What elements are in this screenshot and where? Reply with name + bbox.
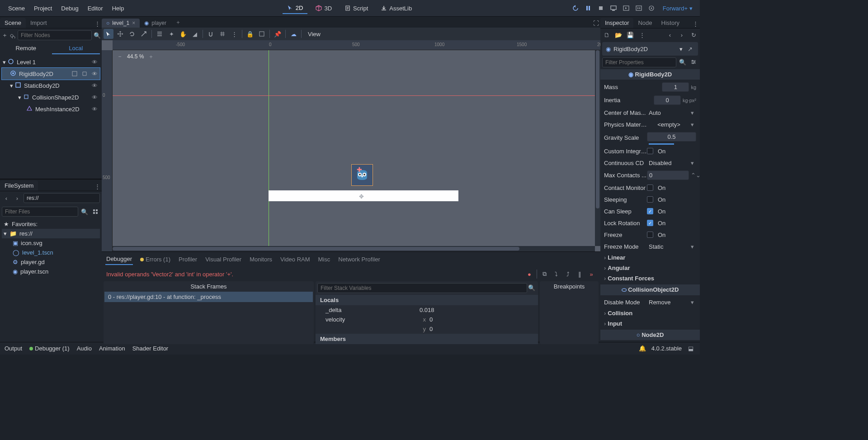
group-button[interactable] [257,29,267,39]
fs-search-icon[interactable]: 🔍 [80,207,89,216]
new-resource-button[interactable]: 🗋 [602,30,611,39]
tab-history-dock[interactable]: History [657,18,684,28]
prop-lock-rotation[interactable]: Lock Rotation ✓On [600,217,700,229]
selected-player-sprite[interactable] [351,164,373,186]
step-into-button[interactable]: ⤵ [552,270,561,279]
fs-view-mode-button[interactable] [91,207,100,216]
prop-inertia[interactable]: Inertia 0kg·px² [600,94,700,107]
search-icon[interactable]: 🔍 [678,57,687,66]
render-mode-dropdown[interactable]: Forward+▾ [659,3,696,14]
menu-scene[interactable]: Scene [4,3,29,14]
fs-forward-button[interactable]: › [13,194,22,203]
group-linear[interactable]: ›Linear [600,252,700,263]
move-mode-button[interactable] [115,29,125,39]
zoom-out-button[interactable]: − [115,52,124,61]
new-scene-tab-button[interactable]: ＋ [171,17,185,28]
checkbox-icon[interactable] [647,185,653,191]
prop-disable-mode[interactable]: Disable Mode Remove▾ [600,296,700,308]
workspace-script[interactable]: Script [340,3,373,14]
debugger-panel-button[interactable]: Debugger (1) [29,345,70,352]
prop-mass[interactable]: Mass 1kg [600,80,700,94]
scene-tab-player[interactable]: ◉ player [140,19,171,28]
fs-back-button[interactable]: ‹ [2,194,11,203]
tab-scene-dock[interactable]: Scene [0,18,26,28]
remote-tab[interactable]: Remote [2,43,50,54]
fs-file-player-gd[interactable]: ⚙ player.gd [2,257,100,267]
prop-max-contacts[interactable]: Max Contacts ... 0⌃⌄ [600,169,700,182]
tab-import-dock[interactable]: Import [26,18,52,28]
script-attached-icon[interactable] [80,69,89,78]
step-over-button[interactable]: ⤴ [563,270,572,279]
tab-filesystem-dock[interactable]: FileSystem [0,180,38,191]
fs-path-input[interactable] [24,193,100,203]
prop-can-sleep[interactable]: Can Sleep ✓On [600,205,700,217]
checkbox-checked-icon[interactable]: ✓ [647,220,653,226]
debugger-tab-errors[interactable]: Errors (1) [139,254,171,265]
visibility-toggle-icon[interactable]: 👁 [90,81,99,90]
visibility-toggle-icon[interactable]: 👁 [90,93,99,102]
var-row-velocity[interactable]: velocity x 0 [316,315,538,324]
prop-freeze[interactable]: Freeze On [600,229,700,241]
prop-custom-integrator[interactable]: Custom Integra... On [600,145,700,157]
zoom-in-button[interactable]: ＋ [146,52,156,61]
group-input[interactable]: ›Input [600,318,700,329]
open-scene-icon[interactable] [70,69,79,78]
search-icon[interactable]: 🔍 [527,283,536,292]
audio-panel-button[interactable]: Audio [77,345,92,352]
section-node2d[interactable]: ○ Node2D [600,330,700,340]
debugger-tab-network-profiler[interactable]: Network Profiler [337,254,381,265]
shader-editor-panel-button[interactable]: Shader Editor [132,345,169,352]
prop-physics-material[interactable]: Physics Materi... <empty>▾ [600,118,700,130]
history-menu-button[interactable]: ↻ [689,30,698,39]
dock-menu-button[interactable]: ⋮ [691,19,700,28]
var-row-delta[interactable]: _delta 0.018 [316,305,538,315]
fs-file-player-tscn[interactable]: ◉ player.tscn [2,267,100,276]
debugger-tab-video-ram[interactable]: Video RAM [279,254,311,265]
var-row-velocity-y[interactable]: y 0 [316,324,538,334]
dock-menu-button[interactable]: ⋮ [93,19,102,28]
viewport-scrollbar-vertical[interactable] [595,50,600,246]
2d-viewport[interactable]: -500 0 500 1000 1500 2000 0 500 [102,40,600,251]
lock-button[interactable]: 🔒 [245,29,255,39]
tree-node-rigidbody2d[interactable]: RigidBody2D 👁 [2,68,100,80]
pivot-button[interactable]: ✦ [166,29,176,39]
instantiate-scene-button[interactable] [9,31,16,40]
break-button[interactable]: ‖ [575,270,584,279]
checkbox-icon[interactable] [647,148,653,154]
output-panel-button[interactable]: Output [5,345,22,352]
debugger-tab-visual-profiler[interactable]: Visual Profiler [204,254,242,265]
view-dropdown[interactable]: View [304,30,324,38]
prop-gravity-scale[interactable]: Gravity Scale 0.5 [600,130,700,145]
add-node-button[interactable]: ＋ [2,31,8,40]
animation-panel-button[interactable]: Animation [99,345,125,352]
tree-node-staticbody2d[interactable]: ▾ StaticBody2D 👁 [2,80,100,91]
open-docs-icon[interactable]: ↗ [685,44,694,53]
scene-tab-level1[interactable]: ○ level_1 × [102,19,140,28]
zoom-level-label[interactable]: 44.5 % [127,53,144,60]
group-transform[interactable]: ›Transform(1 change) [600,341,700,342]
prop-sleeping[interactable]: Sleeping On [600,194,700,205]
notification-bell-icon[interactable]: 🔔 [638,344,647,353]
menu-editor[interactable]: Editor [83,3,108,14]
visibility-toggle-icon[interactable]: 👁 [90,69,99,78]
scale-mode-button[interactable] [139,29,149,39]
remote-debug-button[interactable] [609,3,618,13]
local-tab[interactable]: Local [52,43,100,54]
fs-filter-input[interactable] [2,207,78,217]
scene-filter-input[interactable] [18,30,92,40]
debugger-tab-profiler[interactable]: Profiler [178,254,198,265]
continue-button[interactable]: » [587,270,596,279]
fs-file-icon-svg[interactable]: ▣ icon.svg [2,238,100,248]
prop-contact-monitor[interactable]: Contact Monitor On [600,182,700,194]
checkbox-icon[interactable] [647,232,653,238]
group-collision[interactable]: ›Collision [600,308,700,318]
distraction-free-button[interactable]: ⛶ [591,19,600,28]
tab-node-dock[interactable]: Node [633,18,656,28]
checkbox-checked-icon[interactable]: ✓ [647,208,653,214]
load-resource-button[interactable]: 📂 [614,30,623,39]
tree-node-collisionshape2d[interactable]: ▾ CollisionShape2D 👁 [2,91,100,103]
filter-stack-variables-input[interactable] [317,283,527,293]
rotate-mode-button[interactable] [127,29,137,39]
menu-debug[interactable]: Debug [57,3,83,14]
history-forward-button[interactable]: › [677,30,686,39]
